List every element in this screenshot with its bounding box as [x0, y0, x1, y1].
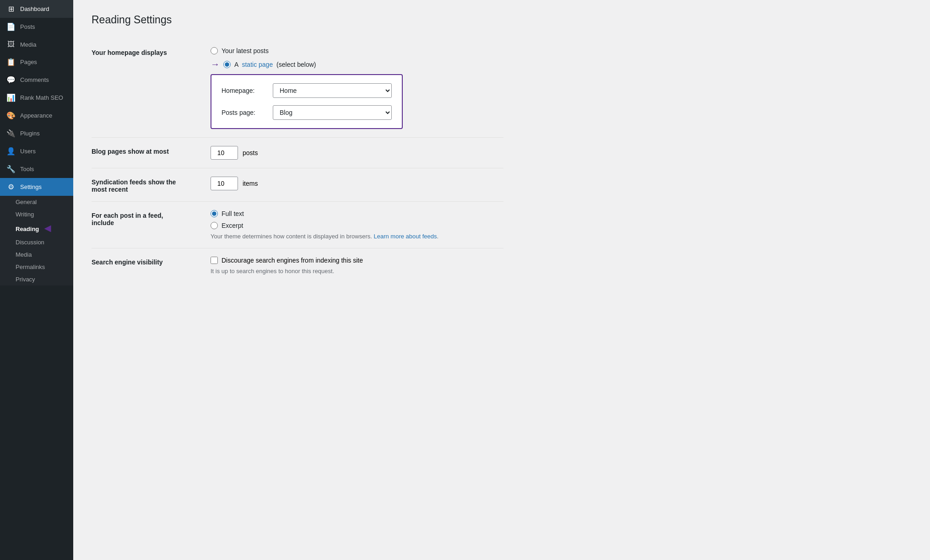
- sidebar-item-dashboard[interactable]: ⊞ Dashboard: [0, 0, 73, 18]
- pages-icon: 📋: [6, 58, 16, 66]
- blog-pages-input[interactable]: [211, 146, 238, 160]
- homepage-displays-control: Your latest posts → A static page (selec…: [211, 47, 503, 129]
- static-page-arrow-icon: →: [211, 59, 220, 70]
- full-text-option[interactable]: Full text: [211, 210, 503, 217]
- syndication-row: Syndication feeds show the most recent i…: [92, 168, 503, 201]
- appearance-icon: 🎨: [6, 111, 16, 120]
- static-page-option[interactable]: A static page (select below): [223, 61, 316, 68]
- sidebar-label-rank-math: Rank Math SEO: [20, 94, 63, 101]
- sidebar-item-posts[interactable]: 📄 Posts: [0, 18, 73, 36]
- posts-page-select-label: Posts page:: [222, 109, 267, 116]
- search-visibility-control: Discourage search engines from indexing …: [211, 257, 503, 275]
- sidebar-item-media[interactable]: 🖼 Media: [0, 36, 73, 53]
- submenu-item-writing[interactable]: Writing: [0, 208, 73, 221]
- submenu-item-permalinks[interactable]: Permalinks: [0, 261, 73, 273]
- blog-pages-suffix: posts: [243, 149, 258, 156]
- discourage-label: Discourage search engines from indexing …: [222, 257, 363, 264]
- posts-page-select[interactable]: Blog News: [273, 105, 392, 120]
- comments-icon: 💬: [6, 75, 16, 84]
- learn-more-link[interactable]: Learn more about feeds: [374, 233, 437, 240]
- sidebar-item-rank-math[interactable]: 📊 Rank Math SEO: [0, 89, 73, 107]
- syndication-input-row: items: [211, 177, 503, 190]
- sidebar-item-settings[interactable]: ⚙ Settings: [0, 178, 73, 196]
- sidebar-item-tools[interactable]: 🔧 Tools: [0, 160, 73, 178]
- homepage-select-row: Homepage: Home About Contact: [222, 83, 392, 98]
- blog-pages-input-row: posts: [211, 146, 503, 160]
- dashboard-icon: ⊞: [6, 5, 16, 13]
- rank-math-icon: 📊: [6, 93, 16, 102]
- syndication-label: Syndication feeds show the most recent: [92, 177, 211, 193]
- sidebar-item-users[interactable]: 👤 Users: [0, 142, 73, 160]
- sidebar-label-users: Users: [20, 148, 36, 155]
- sidebar-label-settings: Settings: [20, 183, 42, 190]
- static-page-label: A static page (select below): [234, 61, 316, 68]
- posts-icon: 📄: [6, 22, 16, 31]
- sidebar-label-comments: Comments: [20, 76, 49, 83]
- search-visibility-row: Search engine visibility Discourage sear…: [92, 248, 503, 283]
- submenu-item-reading[interactable]: Reading ◀: [0, 221, 73, 236]
- static-page-box: Homepage: Home About Contact Posts page:…: [211, 74, 403, 129]
- full-text-radio[interactable]: [211, 210, 218, 217]
- full-text-label: Full text: [222, 210, 244, 217]
- excerpt-label: Excerpt: [222, 222, 243, 229]
- discourage-checkbox[interactable]: [211, 257, 218, 264]
- homepage-displays-label: Your homepage displays: [92, 47, 211, 56]
- sidebar-label-media: Media: [20, 41, 36, 48]
- sidebar-label-dashboard: Dashboard: [20, 5, 49, 12]
- sidebar-item-pages[interactable]: 📋 Pages: [0, 53, 73, 71]
- homepage-select-label: Homepage:: [222, 87, 267, 94]
- blog-pages-control: posts: [211, 146, 503, 160]
- latest-posts-option[interactable]: Your latest posts: [211, 47, 503, 54]
- sidebar-label-pages: Pages: [20, 59, 37, 65]
- syndication-suffix: items: [243, 180, 258, 187]
- submenu-item-general[interactable]: General: [0, 196, 73, 208]
- submenu-item-privacy[interactable]: Privacy: [0, 273, 73, 285]
- page-title: Reading Settings: [92, 14, 912, 26]
- feed-hint: Your theme determines how content is dis…: [211, 233, 503, 240]
- static-page-link[interactable]: static page: [242, 61, 273, 68]
- discourage-checkbox-item[interactable]: Discourage search engines from indexing …: [211, 257, 503, 264]
- main-content: Reading Settings Your homepage displays …: [73, 0, 930, 560]
- tools-icon: 🔧: [6, 165, 16, 173]
- sidebar: ⊞ Dashboard 📄 Posts 🖼 Media 📋 Pages 💬 Co…: [0, 0, 73, 560]
- syndication-input[interactable]: [211, 177, 238, 190]
- submenu-item-media[interactable]: Media: [0, 248, 73, 261]
- sidebar-item-appearance[interactable]: 🎨 Appearance: [0, 107, 73, 124]
- media-icon: 🖼: [6, 40, 16, 48]
- sidebar-label-appearance: Appearance: [20, 112, 52, 119]
- reading-arrow-icon: ◀: [44, 223, 51, 233]
- search-hint: It is up to search engines to honor this…: [211, 268, 503, 275]
- posts-page-select-row: Posts page: Blog News: [222, 105, 392, 120]
- feed-include-control: Full text Excerpt Your theme determines …: [211, 210, 503, 240]
- syndication-control: items: [211, 177, 503, 190]
- static-page-radio[interactable]: [223, 61, 231, 68]
- users-icon: 👤: [6, 147, 16, 156]
- feed-include-row: For each post in a feed, include Full te…: [92, 201, 503, 248]
- sidebar-item-comments[interactable]: 💬 Comments: [0, 71, 73, 89]
- feed-include-label: For each post in a feed, include: [92, 210, 211, 226]
- excerpt-option[interactable]: Excerpt: [211, 222, 503, 229]
- submenu-item-discussion[interactable]: Discussion: [0, 236, 73, 248]
- homepage-displays-row: Your homepage displays Your latest posts…: [92, 39, 503, 137]
- plugins-icon: 🔌: [6, 129, 16, 138]
- settings-form: Your homepage displays Your latest posts…: [92, 39, 503, 283]
- latest-posts-radio[interactable]: [211, 47, 218, 54]
- latest-posts-label: Your latest posts: [222, 47, 269, 54]
- homepage-radio-group: Your latest posts → A static page (selec…: [211, 47, 503, 70]
- feed-radio-group: Full text Excerpt: [211, 210, 503, 229]
- sidebar-label-tools: Tools: [20, 166, 34, 172]
- sidebar-label-posts: Posts: [20, 23, 35, 30]
- blog-pages-label: Blog pages show at most: [92, 146, 211, 155]
- blog-pages-row: Blog pages show at most posts: [92, 137, 503, 168]
- settings-icon: ⚙: [6, 183, 16, 191]
- sidebar-item-plugins[interactable]: 🔌 Plugins: [0, 124, 73, 142]
- search-visibility-label: Search engine visibility: [92, 257, 211, 266]
- sidebar-label-plugins: Plugins: [20, 130, 40, 137]
- homepage-select[interactable]: Home About Contact: [273, 83, 392, 98]
- settings-submenu: General Writing Reading ◀ Discussion Med…: [0, 196, 73, 285]
- excerpt-radio[interactable]: [211, 222, 218, 229]
